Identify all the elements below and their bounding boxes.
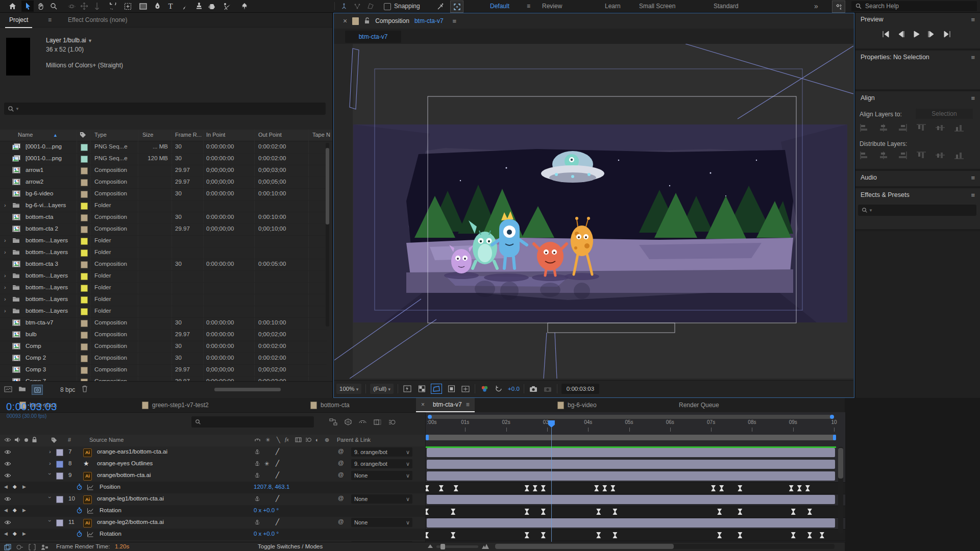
layer-visibility-eye-icon[interactable] [4, 496, 11, 502]
align-selection-dropdown[interactable]: Selection [916, 109, 973, 119]
layer-name[interactable]: orange/bottom-cta.ai [97, 472, 151, 478]
keyframe-icon[interactable] [425, 485, 429, 491]
keyframe-icon[interactable] [525, 532, 529, 538]
expand-chevron-icon[interactable]: › [49, 460, 51, 466]
rig-mesh-icon[interactable] [364, 1, 377, 12]
label-color-chip[interactable] [81, 156, 88, 163]
workspace-menu-icon[interactable]: ≡ [527, 0, 530, 12]
property-row[interactable]: ◀◆▶Rotation0 x +0.0 ° [0, 529, 425, 541]
parent-link-dropdown[interactable]: 9. orange/bot∨ [351, 447, 412, 457]
prev-keyframe-button[interactable]: ◀ [4, 531, 8, 536]
roto-brush-tool-icon[interactable] [220, 1, 233, 12]
label-color-chip[interactable] [81, 355, 88, 362]
hand-tool-icon[interactable] [35, 1, 47, 12]
expand-chevron-icon[interactable]: › [4, 308, 6, 314]
label-color-chip[interactable] [81, 285, 88, 292]
distribute-button-5[interactable] [954, 151, 964, 160]
eraser-tool-icon[interactable] [205, 1, 217, 12]
keyframe-icon[interactable] [719, 485, 724, 491]
add-keyframe-diamond[interactable]: ◆ [13, 507, 17, 513]
am-pm-icon[interactable] [41, 544, 48, 550]
keyframe-icon[interactable] [454, 485, 458, 491]
workspace-tab-learn[interactable]: Learn [605, 0, 621, 12]
property-label[interactable]: Rotation [100, 507, 121, 513]
rotation-tool-icon[interactable] [106, 1, 118, 12]
timeline-vscroll[interactable] [838, 447, 843, 534]
project-row[interactable]: ›bottom-...LayersFolder [0, 270, 327, 283]
distribute-button-2[interactable] [897, 151, 908, 160]
stopwatch-icon[interactable] [77, 484, 82, 490]
project-panel-menu-icon[interactable]: ≡ [44, 13, 56, 27]
snapshot-camera-icon[interactable] [528, 384, 538, 393]
layer-color-chip[interactable] [56, 519, 63, 527]
layer-row[interactable]: ›11Aiorange-leg2/bottom-cta.ai╱@None∨ [0, 517, 425, 529]
layer-duration-bar[interactable] [427, 448, 835, 457]
label-color-chip[interactable] [81, 308, 88, 315]
layer-color-chip[interactable] [56, 496, 63, 503]
layer-visibility-eye-icon[interactable] [4, 461, 11, 466]
parent-pickwhip-icon[interactable]: @ [338, 448, 344, 454]
workspace-tab-default[interactable]: Default [490, 0, 509, 12]
keyframe-track[interactable] [426, 482, 845, 494]
workspace-settings-icon[interactable] [832, 1, 845, 13]
keyframe-icon[interactable] [738, 509, 742, 515]
keyframe-icon[interactable] [807, 509, 812, 515]
keyframe-icon[interactable] [525, 509, 529, 515]
comp-current-time[interactable]: 0:00:03:03 [561, 384, 599, 394]
selection-tool-icon[interactable] [21, 1, 34, 12]
keyframe-icon[interactable] [541, 509, 546, 515]
last-frame-button[interactable] [942, 30, 951, 38]
keyframe-icon[interactable] [439, 485, 444, 491]
keyframe-icon[interactable] [525, 485, 529, 491]
stamp-tool-icon[interactable] [193, 1, 205, 12]
expand-chevron-icon[interactable]: › [4, 296, 6, 302]
puppet-pin-tool-icon[interactable] [238, 1, 250, 12]
align-button-4[interactable] [935, 123, 945, 132]
layer-name[interactable]: orange-leg1/bottom-cta.ai [97, 495, 164, 502]
parent-pickwhip-icon[interactable]: @ [338, 471, 344, 478]
project-row[interactable]: ›bottom-...LayersFolder [0, 235, 327, 247]
graph-editor-icon[interactable] [87, 532, 93, 537]
magnification-dropdown[interactable]: 100% ▾ [336, 384, 361, 394]
distribute-button-1[interactable] [878, 151, 889, 160]
distribute-button-3[interactable] [916, 151, 926, 160]
quality-sampling-icon[interactable] [254, 519, 260, 525]
snap-arrow-icon[interactable] [434, 1, 446, 12]
project-row[interactable]: ›bottom-...LayersFolder [0, 294, 327, 306]
keyframe-icon[interactable] [612, 509, 617, 515]
next-keyframe-button[interactable]: ▶ [22, 508, 26, 513]
project-row[interactable]: Comp 7Composition29.970;00;00;000;00;02;… [0, 376, 327, 381]
previous-frame-button[interactable] [896, 30, 905, 38]
layer-row[interactable]: ›10Aiorange-leg1/bottom-cta.ai╱@None∨ [0, 493, 425, 506]
label-color-chip[interactable] [81, 179, 88, 186]
comp-mini-flowchart-icon[interactable] [329, 418, 337, 425]
label-color-chip[interactable] [81, 320, 88, 327]
timeline-tab-active[interactable]: ×btm-cta-v7≡ [416, 398, 475, 412]
layer-color-chip[interactable] [56, 472, 63, 480]
draft-3d-icon[interactable] [345, 418, 352, 425]
pan-camera-tool-icon[interactable] [78, 1, 90, 12]
comp-panel-menu-icon[interactable]: ≡ [453, 17, 457, 25]
quality-slash-icon[interactable]: ╱ [276, 460, 279, 467]
motion-blur-icon[interactable] [388, 418, 396, 425]
overflow-chevron-icon[interactable]: » [814, 0, 818, 12]
layer-duration-bar[interactable] [427, 460, 835, 469]
add-keyframe-diamond[interactable]: ◆ [13, 531, 17, 536]
project-row[interactable]: bottom-ctaComposition300:00:00:000:00:10… [0, 212, 327, 224]
layer-visibility-eye-icon[interactable] [4, 473, 11, 478]
title-action-safe-icon[interactable] [460, 384, 471, 393]
label-color-chip[interactable] [81, 191, 88, 198]
parent-pickwhip-icon[interactable]: @ [338, 460, 344, 466]
collapse-chevron-icon[interactable]: › [47, 473, 53, 475]
expand-chevron-icon[interactable]: › [49, 448, 51, 455]
property-row[interactable]: ◀◆▶Rotation0 x +0.0 ° [0, 505, 425, 517]
expand-chevron-icon[interactable]: › [4, 272, 6, 279]
keyframe-icon[interactable] [612, 532, 617, 538]
label-color-chip[interactable] [81, 226, 88, 233]
layer-duration-bar[interactable] [427, 495, 835, 504]
keyframe-icon[interactable] [594, 485, 599, 491]
project-row[interactable]: Comp 3Composition29.970;00;00;000;00;02;… [0, 364, 327, 377]
keyframe-icon[interactable] [738, 532, 742, 538]
orbit-camera-tool-icon[interactable] [65, 1, 78, 12]
property-value[interactable]: 0 x +0.0 ° [254, 507, 279, 513]
